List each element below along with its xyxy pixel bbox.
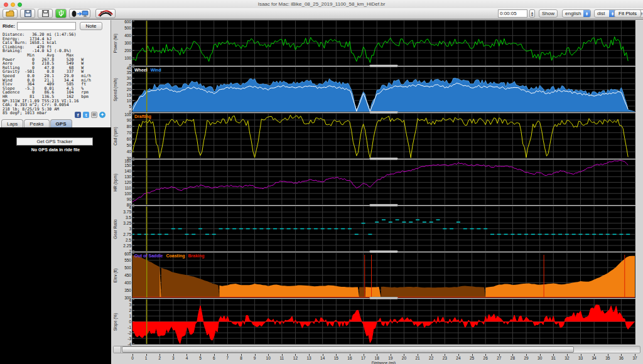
h-scrollbar-end-box[interactable]: [114, 346, 121, 353]
plot-cadence[interactable]: Drafting: [132, 114, 635, 158]
pane-splitter-grip[interactable]: [369, 297, 398, 299]
pane-splitter-grip[interactable]: [369, 111, 398, 114]
x-tick-label: 27: [497, 356, 501, 360]
y-tick-label: 70: [127, 131, 131, 135]
y-tick-label: 120: [124, 180, 131, 185]
y-tick-label: 100: [124, 191, 131, 196]
pstroke-logo-icon: PStroke: [97, 9, 114, 18]
folder-icon: [6, 10, 14, 17]
share-icons: f t ✉ ✦: [75, 112, 105, 118]
chart-speed: Speed (mi/h)4035302520151050WheelWind: [112, 67, 635, 112]
y-tick-label: 300: [124, 41, 131, 45]
plot-slope[interactable]: [132, 299, 635, 344]
gps-panel: Get GPS Tracker No GPS data in ride file: [0, 127, 111, 364]
y-axis-ticks-slope: 43210-1-2-3-4: [118, 299, 132, 344]
fit-plots-button[interactable]: Fit Plots: [614, 9, 641, 18]
x-tick-label: 35: [605, 356, 610, 360]
pane-splitter-grip[interactable]: [369, 250, 398, 253]
y-tick-label: 3: [129, 302, 131, 307]
pane-splitter-grip[interactable]: [369, 158, 398, 160]
y-tick-label: 4: [129, 298, 131, 302]
y-tick-label: 350: [124, 288, 131, 292]
note-button[interactable]: Note: [80, 22, 102, 30]
download-ride-button[interactable]: [69, 9, 90, 18]
ride-name-input[interactable]: [17, 22, 76, 30]
show-button[interactable]: Show: [539, 9, 558, 18]
language-dropdown[interactable]: english ▲▼: [562, 9, 591, 18]
y-axis-title-slope: Slope (%): [111, 299, 118, 344]
mail-icon[interactable]: ✉: [91, 112, 97, 118]
x-tick-label: 6: [213, 356, 215, 360]
y-tick-label: 60: [127, 137, 131, 141]
time-field[interactable]: [498, 9, 527, 18]
get-gps-tracker-button[interactable]: Get GPS Tracker: [16, 137, 93, 146]
units-dropdown[interactable]: dist ▲▼: [594, 9, 617, 18]
y-axis-title-speed: Speed (mi/h): [111, 67, 118, 112]
x-axis-title: Distance (mi): [372, 361, 396, 364]
x-tick-label: 21: [415, 356, 419, 360]
y-tick-label: 500: [124, 265, 131, 270]
device-to-computer-icon: [71, 10, 89, 18]
x-tick-label: 33: [578, 356, 583, 360]
y-axis-title-cadence: Cad (rpm): [111, 114, 118, 158]
open-file-button[interactable]: [3, 9, 18, 18]
y-tick-label: 2.5: [126, 238, 131, 242]
tab-peaks[interactable]: Peaks: [24, 119, 49, 127]
facebook-icon[interactable]: f: [75, 112, 81, 118]
tab-gps[interactable]: GPS: [50, 119, 72, 127]
x-tick-label: 25: [470, 356, 474, 360]
h-scrollbar-thumb[interactable]: [122, 346, 574, 353]
h-scrollbar-track[interactable]: [113, 346, 640, 353]
pane-splitter-grip[interactable]: [369, 65, 398, 67]
y-tick-label: -1: [127, 325, 131, 329]
stepper-down-icon: ▼: [531, 14, 534, 16]
y-tick-label: 150: [124, 163, 131, 168]
y-tick-label: 50: [127, 143, 131, 147]
y-tick-label: 3.75: [123, 210, 131, 214]
language-value: english: [563, 11, 583, 16]
chart-hr: HR (bpm)1601501401301201101009080: [112, 160, 635, 205]
y-axis-title-gear: Gear Ratio: [111, 206, 118, 251]
x-tick-label: 14: [320, 356, 325, 360]
y-tick-label: 2.25: [123, 244, 131, 248]
save-button[interactable]: [20, 9, 35, 18]
y-tick-label: 100: [124, 56, 131, 60]
y-tick-label: 2: [129, 308, 131, 313]
usb-import-button[interactable]: [55, 9, 67, 18]
x-tick-label: 24: [456, 356, 460, 360]
safari-icon[interactable]: ✦: [99, 112, 105, 118]
y-tick-label: 500: [124, 26, 131, 30]
y-tick-label: 35: [127, 70, 131, 75]
x-tick-label: 19: [388, 356, 392, 360]
plot-speed[interactable]: WheelWind: [132, 67, 635, 112]
x-tick-label: 16: [347, 356, 352, 360]
time-stepper[interactable]: ▲▼: [529, 9, 535, 18]
plot-hr[interactable]: [132, 160, 635, 205]
combo-arrows-icon: ▲▼: [583, 10, 590, 17]
sidebar-tabs: Laps Peaks GPS: [1, 119, 73, 127]
y-tick-label: 110: [125, 186, 131, 190]
x-tick-label: 31: [551, 356, 556, 360]
chart-slope: Slope (%)43210-1-2-3-4: [112, 299, 635, 344]
plot-gear[interactable]: [132, 206, 635, 251]
pstroke-logo-button[interactable]: PStroke: [95, 9, 116, 18]
plot-power[interactable]: [132, 21, 635, 65]
x-tick-label: 5: [199, 356, 202, 360]
y-tick-label: 3: [129, 227, 131, 231]
x-tick-label: 1: [145, 356, 148, 360]
y-tick-label: 130: [124, 174, 131, 179]
y-axis-ticks-elev: 600550500450400350300: [118, 253, 132, 297]
x-axis: 0123456789101112131415161718192021222324…: [112, 354, 643, 364]
y-axis-ticks-speed: 4035302520151050: [118, 67, 132, 112]
save-as-button[interactable]: [38, 9, 53, 18]
y-axis-title-elev: Elev (ft): [111, 253, 118, 297]
pane-splitter-grip[interactable]: [369, 204, 398, 206]
plot-elev[interactable]: Out of SaddleCoastingBraking: [132, 253, 635, 297]
y-tick-label: 600: [124, 19, 131, 24]
tab-laps[interactable]: Laps: [1, 119, 23, 127]
x-tick-label: 29: [524, 356, 528, 360]
y-tick-label: 80: [127, 124, 131, 129]
x-tick-label: 15: [334, 356, 338, 360]
twitter-icon[interactable]: t: [83, 112, 89, 118]
y-tick-label: 4: [129, 205, 131, 210]
